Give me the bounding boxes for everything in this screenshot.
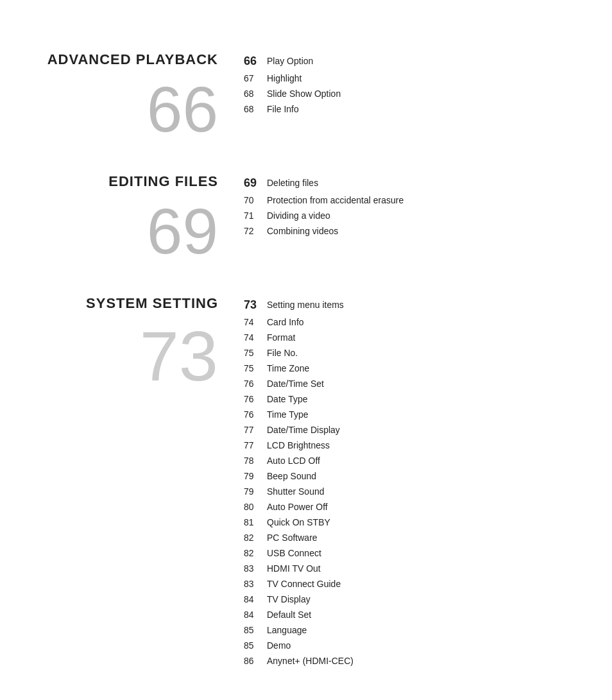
toc-entry-num: 71 bbox=[244, 209, 267, 223]
toc-entry: 77Date/Time Display bbox=[244, 423, 574, 437]
toc-entry-label: Anynet+ (HDMI-CEC) bbox=[267, 654, 353, 668]
section-left-editing-files: EDITING FILES69 bbox=[38, 173, 244, 263]
toc-entry: 86Anynet+ (HDMI-CEC) bbox=[244, 654, 574, 668]
toc-entry-label: Date Type bbox=[267, 393, 308, 406]
toc-entry: 75Time Zone bbox=[244, 362, 574, 375]
toc-entry-num: 75 bbox=[244, 346, 267, 360]
toc-entry: 78Auto LCD Off bbox=[244, 454, 574, 468]
toc-entry-label: Time Zone bbox=[267, 362, 309, 375]
toc-entry-num: 77 bbox=[244, 439, 267, 452]
toc-entry-label: Auto LCD Off bbox=[267, 454, 320, 468]
toc-entry-label: Highlight bbox=[267, 72, 302, 85]
toc-entry: 79Beep Sound bbox=[244, 470, 574, 483]
toc-entry-num: 76 bbox=[244, 377, 267, 391]
toc-entry-num: 83 bbox=[244, 577, 267, 591]
toc-entry-label: Deleting files bbox=[267, 175, 318, 192]
toc-entry: 83TV Connect Guide bbox=[244, 577, 574, 591]
toc-entry: 72Combining videos bbox=[244, 225, 574, 238]
section-title-system-setting: SYSTEM SETTING bbox=[86, 295, 218, 312]
section-right-editing-files: 69Deleting files70Protection from accide… bbox=[244, 173, 574, 240]
toc-entry-label: Card Info bbox=[267, 316, 304, 329]
toc-entry: 67Highlight bbox=[244, 72, 574, 85]
toc-entry-num: 86 bbox=[244, 654, 267, 668]
toc-entry: 73Setting menu items bbox=[244, 296, 574, 314]
toc-entry-label: Beep Sound bbox=[267, 470, 316, 483]
toc-entry-num: 75 bbox=[244, 362, 267, 375]
section-title-editing-files: EDITING FILES bbox=[108, 173, 218, 190]
toc-entry-label: Demo bbox=[267, 639, 291, 653]
toc-entry-num: 66 bbox=[244, 53, 267, 70]
page-content: ADVANCED PLAYBACK6666Play Option67Highli… bbox=[0, 0, 612, 700]
toc-entry-num: 78 bbox=[244, 454, 267, 468]
toc-entry-label: Auto Power Off bbox=[267, 500, 328, 514]
toc-entry: 79Shutter Sound bbox=[244, 485, 574, 499]
toc-entry-num: 83 bbox=[244, 562, 267, 576]
toc-entry-num: 84 bbox=[244, 593, 267, 606]
section-editing-files: EDITING FILES6969Deleting files70Protect… bbox=[38, 173, 574, 263]
section-left-system-setting: SYSTEM SETTING73 bbox=[38, 295, 244, 391]
toc-entry: 66Play Option bbox=[244, 53, 574, 70]
toc-entry: 85Language bbox=[244, 624, 574, 637]
toc-entry: 77LCD Brightness bbox=[244, 439, 574, 452]
toc-entry-label: USB Connect bbox=[267, 547, 321, 560]
toc-entry: 68Slide Show Option bbox=[244, 87, 574, 101]
toc-entry-num: 85 bbox=[244, 639, 267, 653]
toc-entry-label: Protection from accidental erasure bbox=[267, 194, 404, 207]
toc-entry-num: 85 bbox=[244, 624, 267, 637]
toc-entry-label: Setting menu items bbox=[267, 296, 344, 314]
toc-entry: 82PC Software bbox=[244, 531, 574, 545]
section-right-advanced-playback: 66Play Option67Highlight68Slide Show Opt… bbox=[244, 51, 574, 118]
toc-entry-num: 82 bbox=[244, 547, 267, 560]
toc-entry-label: Shutter Sound bbox=[267, 485, 325, 499]
toc-entry-num: 68 bbox=[244, 87, 267, 101]
toc-entry: 75File No. bbox=[244, 346, 574, 360]
toc-entry-num: 68 bbox=[244, 103, 267, 116]
toc-entry: 83HDMI TV Out bbox=[244, 562, 574, 576]
toc-entry-num: 81 bbox=[244, 516, 267, 529]
toc-entry-num: 82 bbox=[244, 531, 267, 545]
big-number-editing-files: 69 bbox=[147, 199, 218, 263]
section-left-advanced-playback: ADVANCED PLAYBACK66 bbox=[38, 51, 244, 141]
toc-entry: 68File Info bbox=[244, 103, 574, 116]
toc-entry-num: 67 bbox=[244, 72, 267, 85]
toc-entry-label: PC Software bbox=[267, 531, 318, 545]
toc-entry-num: 80 bbox=[244, 500, 267, 514]
toc-entry-num: 79 bbox=[244, 470, 267, 483]
toc-entry: 69Deleting files bbox=[244, 175, 574, 192]
toc-entry-label: Dividing a video bbox=[267, 209, 330, 223]
toc-entry-num: 73 bbox=[244, 296, 267, 314]
toc-entry-num: 79 bbox=[244, 485, 267, 499]
toc-entry-label: Play Option bbox=[267, 53, 313, 70]
toc-entry-label: Quick On STBY bbox=[267, 516, 330, 529]
toc-entry: 84TV Display bbox=[244, 593, 574, 606]
toc-entry-num: 70 bbox=[244, 194, 267, 207]
toc-entry: 76Date Type bbox=[244, 393, 574, 406]
toc-entry-label: Slide Show Option bbox=[267, 87, 341, 101]
toc-entry-num: 76 bbox=[244, 393, 267, 406]
toc-entry-num: 74 bbox=[244, 316, 267, 329]
toc-entry-num: 74 bbox=[244, 331, 267, 345]
toc-entry: 81Quick On STBY bbox=[244, 516, 574, 529]
toc-entry: 85Demo bbox=[244, 639, 574, 653]
toc-entry-label: HDMI TV Out bbox=[267, 562, 321, 576]
toc-entry-num: 84 bbox=[244, 608, 267, 622]
toc-entry-num: 76 bbox=[244, 408, 267, 422]
toc-entry: 82USB Connect bbox=[244, 547, 574, 560]
toc-entry: 76Time Type bbox=[244, 408, 574, 422]
toc-entry-label: Date/Time Set bbox=[267, 377, 324, 391]
toc-entry-label: Format bbox=[267, 331, 295, 345]
toc-entry-label: Language bbox=[267, 624, 307, 637]
toc-entry-label: Combining videos bbox=[267, 225, 338, 238]
toc-entry-label: File No. bbox=[267, 346, 298, 360]
toc-entry: 74Format bbox=[244, 331, 574, 345]
toc-entry-label: TV Connect Guide bbox=[267, 577, 341, 591]
toc-entry-label: LCD Brightness bbox=[267, 439, 330, 452]
section-advanced-playback: ADVANCED PLAYBACK6666Play Option67Highli… bbox=[38, 51, 574, 141]
toc-entry: 76Date/Time Set bbox=[244, 377, 574, 391]
toc-entry: 80Auto Power Off bbox=[244, 500, 574, 514]
toc-entry-label: Date/Time Display bbox=[267, 423, 340, 437]
toc-entry-label: File Info bbox=[267, 103, 299, 116]
big-number-advanced-playback: 66 bbox=[147, 77, 218, 141]
toc-entry-label: Default Set bbox=[267, 608, 311, 622]
toc-entry-label: Time Type bbox=[267, 408, 309, 422]
